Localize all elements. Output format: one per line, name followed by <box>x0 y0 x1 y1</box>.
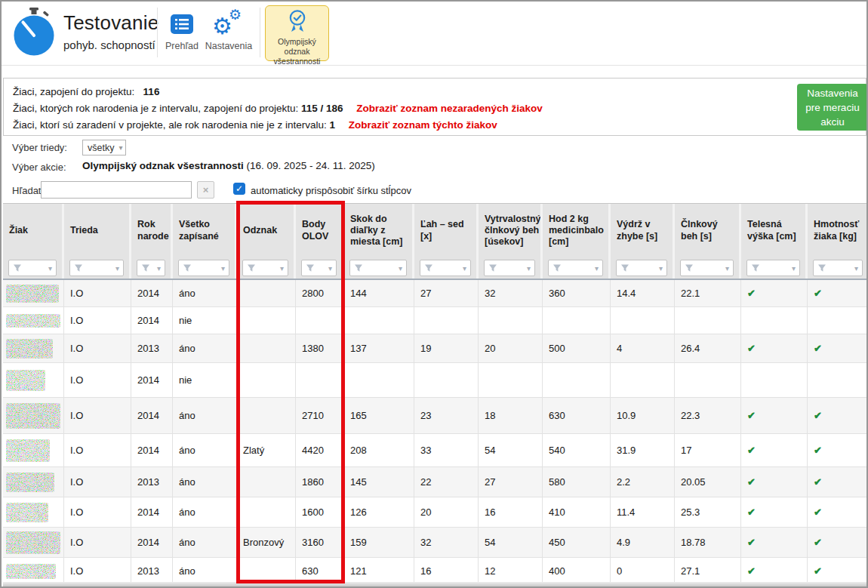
cell-body-olov: 1600 <box>296 497 344 528</box>
column-header-hod-medicinbal[interactable]: Hod 2 kg medicinbalo [cm] <box>543 204 611 257</box>
column-header-odznak[interactable]: Odznak <box>237 204 296 257</box>
chevron-down-icon: ▾ <box>593 264 600 272</box>
cell-body-olov: 2800 <box>296 280 344 307</box>
cell-rok-narodenia: 2014 <box>131 434 173 467</box>
cell-skok-do-dialky: 145 <box>344 467 414 497</box>
horizontal-scrollbar[interactable] <box>3 582 866 586</box>
cell-clnkovy-beh: 22.1 <box>675 280 741 307</box>
cell-hod-medicinbal: 360 <box>543 280 611 307</box>
autofit-checkbox[interactable]: ✓ <box>233 183 245 195</box>
filter-funnel-icon <box>74 263 83 272</box>
cell-body-olov: 3160 <box>296 528 344 558</box>
column-filter-clnkovy-beh[interactable]: ▾ <box>680 260 734 276</box>
column-header-hmotnost-ziaka[interactable]: Hmotnosť žiaka [kg] <box>808 204 868 257</box>
cell-trieda: I.O <box>64 467 131 497</box>
cell-ziak <box>3 497 64 528</box>
cell-lah-sed: 20 <box>414 497 479 528</box>
column-header-vydrz-v-zhybe[interactable]: Výdrž v zhybe [s] <box>611 204 675 257</box>
cell-telesna-vyska: ✔ <box>741 434 808 467</box>
cell-vydrz-v-zhybe: 0 <box>611 558 675 585</box>
header-bar: Testovanie pohyb. schopností Prehľad ⚙ ⚙ <box>2 2 866 66</box>
cell-hod-medicinbal: 580 <box>543 467 611 497</box>
column-header-vytrvalostny-beh[interactable]: Vytrvalostný člnkový beh [úsekov] <box>479 204 543 257</box>
cell-odznak: Zlatý <box>237 434 296 467</box>
gears-icon: ⚙ ⚙ <box>212 9 245 39</box>
column-filter-lah-sed[interactable]: ▾ <box>420 260 471 276</box>
show-unassigned-pupils-link[interactable]: Zobraziť zoznam nezaradených žiakov <box>356 103 543 114</box>
column-filter-hod-medicinbal[interactable]: ▾ <box>548 260 603 276</box>
clear-search-button[interactable]: × <box>197 181 214 199</box>
cell-vydrz-v-zhybe: 4 <box>611 334 675 363</box>
cell-vytrvalostny-beh: 54 <box>479 434 543 467</box>
search-input[interactable] <box>41 181 192 199</box>
cell-hmotnost-ziaka <box>808 307 868 334</box>
column-filter-skok-do-dialky[interactable]: ▾ <box>349 260 407 276</box>
nastavenia-button[interactable]: ⚙ ⚙ Nastavenia <box>204 9 254 51</box>
cell-ziak <box>3 434 64 467</box>
column-header-lah-sed[interactable]: Ľah – sed [x] <box>414 204 479 257</box>
app-title: Testovanie <box>63 11 159 35</box>
column-filter-vydrz-v-zhybe[interactable]: ▾ <box>616 260 667 276</box>
cell-hmotnost-ziaka: ✔ <box>808 434 868 467</box>
cell-skok-do-dialky: 144 <box>344 280 414 307</box>
column-filter-rok-narodenia[interactable]: ▾ <box>137 260 165 276</box>
cell-vydrz-v-zhybe: 10.9 <box>611 398 675 434</box>
column-header-clnkovy-beh[interactable]: Člnkový beh [s] <box>675 204 741 257</box>
prehlad-button[interactable]: Prehľad <box>161 9 203 51</box>
measurement-settings-button[interactable]: Nastavenia pre meraciu akciu <box>797 84 868 131</box>
cell-trieda: I.O <box>64 280 131 307</box>
column-filter-vytrvalostny-beh[interactable]: ▾ <box>484 260 535 276</box>
column-filter-vsetko-zapisane[interactable]: ▾ <box>178 260 229 276</box>
cell-clnkovy-beh: 17 <box>675 434 741 467</box>
cell-clnkovy-beh <box>675 363 741 398</box>
cell-lah-sed <box>414 307 479 334</box>
chevron-down-icon: ▾ <box>790 264 797 272</box>
column-header-telesna-vyska[interactable]: Telesná výška [cm] <box>741 204 808 257</box>
cell-hmotnost-ziaka: ✔ <box>808 398 868 434</box>
show-these-pupils-link[interactable]: Zobraziť zoznam týchto žiakov <box>349 119 497 131</box>
check-icon: ✔ <box>814 565 822 577</box>
cell-hmotnost-ziaka: ✔ <box>808 558 868 585</box>
cell-trieda: I.O <box>64 398 131 434</box>
stat3-value: 1 <box>329 119 335 131</box>
column-filter-body-olov[interactable]: ▾ <box>301 260 337 276</box>
filter-funnel-icon <box>424 263 433 272</box>
olympic-badge-button[interactable]: Olympijský odznak všestrannosti <box>265 5 329 61</box>
cell-ziak <box>3 363 64 398</box>
column-header-ziak[interactable]: Žiak <box>3 204 64 257</box>
cell-vytrvalostny-beh: 54 <box>479 528 543 558</box>
check-icon: ✔ <box>814 343 822 354</box>
cell-vsetko-zapisane: áno <box>173 398 237 434</box>
column-filter-hmotnost-ziaka[interactable]: ▾ <box>813 260 863 276</box>
column-header-vsetko-zapisane[interactable]: Všetko zapísané <box>173 204 237 257</box>
column-header-body-olov[interactable]: Body OLOV <box>296 204 344 257</box>
filter-funnel-icon <box>620 263 629 272</box>
cell-ziak <box>3 280 64 307</box>
cell-skok-do-dialky: 137 <box>344 334 414 363</box>
table-row: I.O2013áno6301211612400027.1✔✔ <box>3 558 868 585</box>
cell-hod-medicinbal: 450 <box>543 528 611 558</box>
column-filter-odznak[interactable]: ▾ <box>242 260 288 276</box>
cell-trieda: I.O <box>64 528 131 558</box>
column-header-skok-do-dialky[interactable]: Skok do diaľky z miesta [cm] <box>344 204 414 257</box>
cell-telesna-vyska: ✔ <box>741 280 808 307</box>
column-filter-ziak[interactable]: ▾ <box>8 260 57 276</box>
action-value: Olympijský odznak všestrannosti <box>82 160 244 171</box>
cell-ziak <box>3 528 64 558</box>
table-row: I.O2014áno2800144273236014.422.1✔✔ <box>3 280 868 307</box>
column-filter-telesna-vyska[interactable]: ▾ <box>746 260 800 276</box>
cell-odznak: Bronzový <box>237 528 296 558</box>
cell-clnkovy-beh: 25.3 <box>675 497 741 528</box>
table-row: I.O2014ánoZlatý4420208335454031.917✔✔ <box>3 434 868 467</box>
redacted-pupil-name <box>6 403 60 429</box>
cell-odznak <box>237 398 296 434</box>
check-icon: ✔ <box>747 565 756 577</box>
chevron-down-icon: ▾ <box>525 264 532 272</box>
column-header-rok-narodenia[interactable]: Rok narode <box>131 204 173 257</box>
cell-rok-narodenia: 2014 <box>131 398 173 434</box>
class-dropdown[interactable]: všetky ▾ <box>82 140 126 155</box>
column-filter-trieda[interactable]: ▾ <box>69 260 124 276</box>
column-header-trieda[interactable]: Trieda <box>64 204 131 257</box>
cell-hmotnost-ziaka: ✔ <box>808 528 868 558</box>
cell-trieda: I.O <box>64 558 131 585</box>
